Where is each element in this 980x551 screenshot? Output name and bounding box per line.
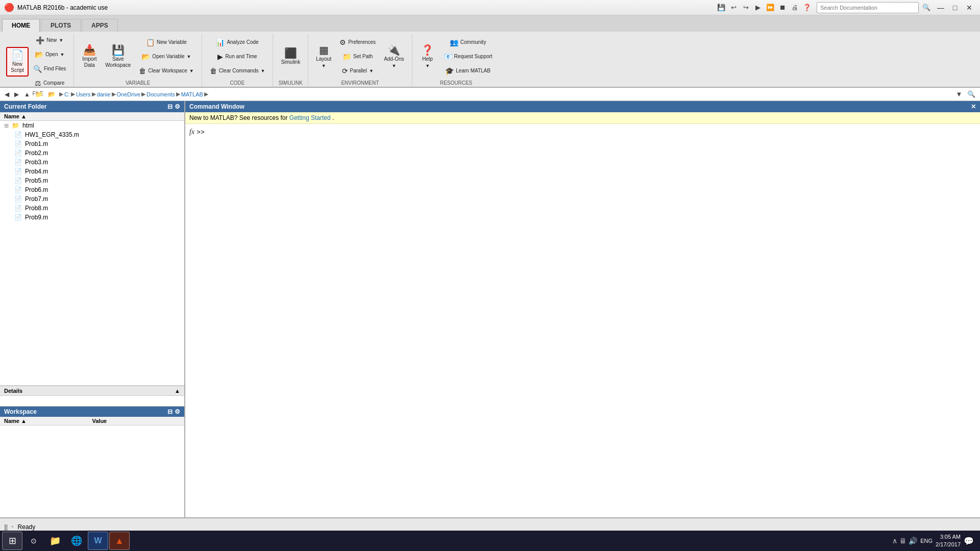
search-button[interactable]: ⊙: [23, 532, 44, 550]
open-dropdown-arrow: ▼: [60, 52, 64, 57]
start-button[interactable]: ⊞: [2, 532, 22, 550]
getting-started-link[interactable]: Getting Started: [289, 114, 331, 121]
compare-icon: ⚖: [35, 79, 41, 87]
quick-access-btn-5[interactable]: ⏩: [765, 2, 776, 13]
search-documentation-input[interactable]: [817, 2, 919, 13]
set-path-button[interactable]: 📁 Set Path: [336, 50, 379, 63]
workspace-name-col[interactable]: Name ▲: [4, 418, 92, 424]
analyze-code-button[interactable]: 📊 Analyze Code: [206, 36, 269, 49]
file-name: Prob9.m: [25, 214, 48, 221]
workspace-expand-btn[interactable]: ⊟: [167, 408, 173, 415]
address-search-btn[interactable]: 🔍: [966, 89, 977, 100]
file-name: Prob6.m: [25, 186, 48, 193]
clear-commands-button[interactable]: 🗑 Clear Commands ▼: [206, 64, 269, 78]
list-item[interactable]: 📄 Prob7.m: [0, 194, 184, 204]
save-workspace-icon: 💾: [112, 45, 125, 55]
open-button[interactable]: 📂 Open ▼: [30, 48, 69, 61]
language-indicator[interactable]: ENG: [920, 538, 933, 544]
search-documentation-btn[interactable]: 🔍: [921, 2, 932, 13]
list-item[interactable]: 📄 Prob2.m: [0, 148, 184, 158]
quick-access-btn-1[interactable]: 💾: [716, 2, 727, 13]
quick-access-btn-8[interactable]: ❓: [801, 2, 813, 13]
list-item[interactable]: 📄 HW1_EGR_4335.m: [0, 130, 184, 139]
sound-icon[interactable]: 🔊: [909, 537, 917, 545]
quick-access-btn-4[interactable]: ▶: [752, 2, 764, 13]
browse-button[interactable]: 📁: [34, 90, 44, 98]
add-ons-icon: 🔌: [387, 45, 400, 55]
list-item[interactable]: ⊞ 📁 html: [0, 121, 184, 130]
find-files-button[interactable]: 🔍 Find Files: [30, 62, 69, 76]
parallel-button[interactable]: ⟳ Parallel ▼: [336, 64, 379, 78]
find-files-label: Find Files: [44, 66, 66, 72]
run-and-time-label: Run and Time: [225, 54, 257, 60]
tab-apps[interactable]: APPS: [82, 19, 118, 32]
path-users[interactable]: Users: [76, 91, 91, 97]
list-item[interactable]: 📄 Prob5.m: [0, 176, 184, 185]
current-folder-expand-btn[interactable]: ⊟: [167, 103, 173, 110]
simulink-button[interactable]: ⬛ Simulink: [277, 43, 304, 70]
run-and-time-button[interactable]: ▶ Run and Time: [206, 50, 269, 63]
nav-forward-button[interactable]: ▶: [13, 90, 20, 98]
list-item[interactable]: 📄 Prob8.m: [0, 204, 184, 213]
path-matlab[interactable]: MATLAB: [181, 91, 203, 97]
matlab-taskbar-button[interactable]: ▲: [109, 532, 130, 550]
layout-button[interactable]: ▦ Layout ▼: [312, 42, 335, 71]
address-bar: ◀ ▶ ▲ 📁 📂 ▶ C: ▶ Users ▶ danie ▶ OneDriv…: [0, 88, 980, 101]
list-item[interactable]: 📄 Prob3.m: [0, 158, 184, 167]
nav-back-button[interactable]: ◀: [3, 90, 11, 98]
word-button[interactable]: W: [88, 532, 108, 550]
new-script-button[interactable]: 📄 NewScript: [6, 47, 29, 77]
clock[interactable]: 3:05 AM 2/17/2017: [936, 533, 961, 549]
quick-access-btn-7[interactable]: 🖨: [789, 2, 800, 13]
name-column-header[interactable]: Name ▲: [4, 113, 27, 119]
workspace-value-col[interactable]: Value: [92, 418, 181, 424]
list-item[interactable]: 📄 Prob4.m: [0, 167, 184, 176]
compare-button[interactable]: ⚖ Compare: [30, 77, 69, 90]
preferences-button[interactable]: ⚙ Preferences: [336, 36, 379, 49]
import-data-button[interactable]: 📥 ImportData: [78, 42, 101, 71]
new-button[interactable]: ➕ New ▼: [30, 34, 69, 47]
workspace-menu-btn[interactable]: ⚙: [175, 408, 180, 415]
add-ons-button[interactable]: 🔌 Add-Ons ▼: [380, 42, 407, 71]
save-workspace-button[interactable]: 💾 SaveWorkspace: [102, 42, 134, 71]
toolbar-group-file: 📄 NewScript ➕ New ▼ 📂 Open ▼ 🔍 Find File…: [2, 34, 74, 87]
quick-access-btn-3[interactable]: ↪: [740, 2, 751, 13]
title-bar: 🔴 MATLAB R2016b - academic use 💾 ↩ ↪ ▶ ⏩…: [0, 0, 980, 15]
notification-icon[interactable]: 💬: [964, 536, 974, 546]
explorer-button[interactable]: 📁: [45, 532, 65, 550]
quick-access-btn-2[interactable]: ↩: [728, 2, 739, 13]
details-header[interactable]: Details ▲: [0, 386, 184, 396]
status-text: Ready: [18, 523, 36, 531]
address-dropdown-btn[interactable]: ▼: [953, 89, 965, 100]
command-window-close-btn[interactable]: ✕: [971, 103, 976, 110]
learn-matlab-button[interactable]: 🎓 Learn MATLAB: [440, 64, 496, 78]
open-variable-button[interactable]: 📂 Open Variable ▼: [135, 50, 197, 63]
file-list-header: Name ▲: [0, 112, 184, 121]
clear-workspace-button[interactable]: 🗑 Clear Workspace ▼: [135, 64, 197, 78]
details-panel: Details ▲: [0, 385, 184, 406]
minimize-button[interactable]: —: [934, 3, 947, 13]
request-support-button[interactable]: 📧 Request Support: [440, 50, 496, 63]
new-variable-button[interactable]: 📋 New Variable: [135, 36, 197, 49]
list-item[interactable]: 📄 Prob1.m: [0, 139, 184, 148]
current-folder-menu-btn[interactable]: ⚙: [175, 103, 180, 110]
path-documents[interactable]: Documents: [146, 91, 175, 97]
quick-access-btn-6[interactable]: ⏹: [777, 2, 788, 13]
path-c[interactable]: C:: [64, 91, 70, 97]
command-content[interactable]: fx >>: [185, 124, 980, 517]
chrome-button[interactable]: 🌐: [66, 532, 87, 550]
community-button[interactable]: 👥 Community: [440, 36, 496, 49]
analyze-code-icon: 📊: [216, 38, 225, 46]
close-button[interactable]: ✕: [963, 3, 976, 13]
nav-up-button[interactable]: ▲: [22, 90, 32, 98]
network-icon[interactable]: 🖥: [899, 537, 906, 545]
tab-plots[interactable]: PLOTS: [41, 19, 81, 32]
path-danie[interactable]: danie: [97, 91, 111, 97]
maximize-button[interactable]: □: [948, 3, 962, 13]
list-item[interactable]: 📄 Prob9.m: [0, 213, 184, 222]
tab-home[interactable]: HOME: [2, 19, 40, 32]
list-item[interactable]: 📄 Prob6.m: [0, 185, 184, 194]
tray-up-arrow[interactable]: ∧: [892, 537, 897, 545]
path-onedrive[interactable]: OneDrive: [117, 91, 140, 97]
help-button[interactable]: ❓ Help ▼: [416, 42, 439, 71]
